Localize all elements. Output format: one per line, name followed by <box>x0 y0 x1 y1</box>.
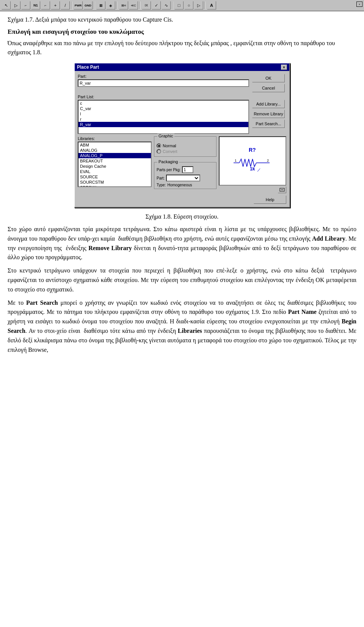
intro-paragraph: Όπως αναφέρθηκε και πιο πάνω με την επιλ… <box>8 39 356 57</box>
mid-buttons: Add Library... Remove Library Part Searc… <box>252 100 286 134</box>
add-library-button[interactable]: Add Library... <box>252 100 285 108</box>
lib-eval[interactable]: EVAL <box>78 169 151 174</box>
n1-tool-btn[interactable]: N1 <box>31 1 40 9</box>
part-field-left: Part: <box>78 74 249 92</box>
sep3 <box>117 2 118 9</box>
check-tool-btn[interactable]: ✓ <box>152 1 161 9</box>
resistor-symbol: R? 1 2 <box>232 146 273 176</box>
libraries-list[interactable]: ABM ANALOG ANALOG_P BREAKOUT Design Cach… <box>78 142 152 187</box>
parts-per-pkg-label: Parts per Pkg: <box>157 168 180 172</box>
figure-1-7-caption: Σχήμα 1.7. Δεξιά μπάρα του κεντρικού παρ… <box>8 15 356 24</box>
libraries-section: Libraries: ABM ANALOG ANALOG_P BREAKOUT … <box>78 136 152 193</box>
wire-tool-btn[interactable]: ▷ <box>11 1 20 9</box>
svg-text:R?: R? <box>249 147 256 153</box>
list-item-c-var[interactable]: C_var <box>78 106 248 111</box>
body-paragraph-2: Στο κεντρικό τετράγωνο υπάρχουν τα στοιχ… <box>8 266 356 294</box>
lib-analog[interactable]: ANALOG <box>78 148 151 153</box>
part-field-label2: Part: <box>157 176 165 180</box>
part-list-row: Part List: c C_var l r R_var Add Library… <box>78 95 286 134</box>
part-list-left: Part List: c C_var l r R_var <box>78 95 249 134</box>
dialog-body: Part: OK Cancel Part List: c C_var <box>75 71 289 207</box>
nolabel-tool-btn[interactable]: / <box>61 1 70 9</box>
convert-radio-row[interactable]: Convert <box>157 149 214 154</box>
svg-text:1k: 1k <box>250 166 255 172</box>
list-item-r[interactable]: r <box>78 117 248 122</box>
part-field-row: Part: OK Cancel <box>78 74 286 92</box>
list-item-c[interactable]: c <box>78 101 248 106</box>
libraries-label: Libraries: <box>78 136 152 141</box>
select-tool-btn[interactable]: ↖ <box>2 1 11 9</box>
lib-design-cache[interactable]: Design Cache <box>78 164 151 169</box>
dp-tool-btn[interactable]: ◈ <box>106 1 115 9</box>
toolbar-close-btn[interactable]: × <box>356 2 362 7</box>
dialog-close-button[interactable]: × <box>281 65 287 70</box>
junction-tool-btn[interactable]: + <box>51 1 60 9</box>
place-part-dialog: Place Part × Part: OK Cancel <box>74 63 290 208</box>
remove-library-button[interactable]: Remove Library <box>252 110 285 118</box>
cancel-button[interactable]: Cancel <box>252 84 285 92</box>
figure-1-8-caption: Σχήμα 1.8. Εύρεση στοιχείου. <box>8 213 356 220</box>
bus-tool-btn[interactable]: ⌐ <box>21 1 30 9</box>
type-row: Type: Homogeneous <box>157 183 214 187</box>
dialog-wrapper: Place Part × Part: OK Cancel <box>8 63 356 208</box>
packaging-group-title: Packaging <box>157 159 179 164</box>
rect-tool-btn[interactable]: □ <box>174 1 184 9</box>
sep6 <box>205 2 206 9</box>
sep1 <box>71 2 72 9</box>
section-heading: Επιλογή και εισαγωγή στοιχείου του κυκλώ… <box>8 28 356 36</box>
symbol-section: R? 1 2 <box>219 136 286 193</box>
line-tool-btn[interactable]: ▷ <box>194 1 203 9</box>
ix-tool-btn[interactable]: IX <box>142 1 151 9</box>
power-tool-btn[interactable]: PWR <box>74 1 83 9</box>
buswire-tool-btn[interactable]: ⌐ <box>41 1 50 9</box>
help-button[interactable]: Help <box>254 195 286 204</box>
top-buttons: OK Cancel <box>252 74 286 92</box>
normal-radio-row[interactable]: Normal <box>157 143 214 148</box>
part-field-select[interactable] <box>166 175 200 181</box>
convert-label: Convert <box>163 149 177 154</box>
svg-line-6 <box>257 169 260 172</box>
part-input[interactable] <box>78 79 249 87</box>
hconn-tool-btn[interactable]: ⊠H <box>119 1 128 9</box>
part-list[interactable]: c C_var l r R_var <box>78 100 249 134</box>
lib-sourcstm[interactable]: SOURCSTM <box>78 180 151 185</box>
symbol-icon-btn[interactable] <box>278 186 286 193</box>
bottom-section: Libraries: ABM ANALOG ANALOG_P BREAKOUT … <box>78 136 286 193</box>
part-tool-btn[interactable]: ▦ <box>96 1 105 9</box>
sep5 <box>172 2 173 9</box>
c-tool-btn[interactable]: ≪C <box>129 1 138 9</box>
lib-analog-p[interactable]: ANALOG_P <box>78 153 151 158</box>
help-row: Help <box>78 195 286 204</box>
body-paragraph-1: Στο χώρο αυτό εμφανίζονται τρία μικρότερ… <box>8 225 356 262</box>
part-label: Part: <box>78 74 249 79</box>
list-item-r-var[interactable]: R_var <box>78 122 248 127</box>
body-paragraph-3: Με το Part Search μπορεί ο χρήστης αν γν… <box>8 298 356 355</box>
convert-radio[interactable] <box>157 149 161 154</box>
dialog-titlebar: Place Part × <box>75 63 289 71</box>
symbol-icon <box>279 187 285 192</box>
sep2 <box>94 2 95 9</box>
lib-breakout[interactable]: BREAKOUT <box>78 158 151 164</box>
part-search-button[interactable]: Part Search... <box>252 120 285 128</box>
normal-label: Normal <box>163 143 176 148</box>
graphic-group-title: Graphic <box>157 134 174 138</box>
list-item-l[interactable]: l <box>78 111 248 117</box>
packaging-group: Packaging Parts per Pkg: Part: <box>154 162 217 189</box>
symbol-preview: R? 1 2 <box>219 136 286 186</box>
text-tool-btn[interactable]: A <box>207 1 216 9</box>
parts-per-pkg-input[interactable] <box>182 166 193 173</box>
main-toolbar: ↖ ▷ ⌐ N1 ⌐ + / PWR GND ▦ ◈ ⊠H ≪C IX ✓ ∿ … <box>0 0 364 11</box>
svg-text:1: 1 <box>235 159 237 162</box>
graphic-packaging-section: Graphic Normal Convert <box>154 136 217 193</box>
ellipse-tool-btn[interactable]: ○ <box>184 1 193 9</box>
parts-per-pkg-row: Parts per Pkg: <box>157 166 214 173</box>
dialog-title: Place Part <box>77 65 99 70</box>
part-field-row2: Part: <box>157 175 214 181</box>
wave-tool-btn[interactable]: ∿ <box>162 1 171 9</box>
lib-source[interactable]: SOURCE <box>78 174 151 180</box>
lib-abm[interactable]: ABM <box>78 142 151 148</box>
gnd-tool-btn[interactable]: GND <box>83 1 93 9</box>
lib-special[interactable]: SPECIAL <box>78 185 151 187</box>
normal-radio[interactable] <box>157 143 161 148</box>
ok-button[interactable]: OK <box>252 74 285 82</box>
